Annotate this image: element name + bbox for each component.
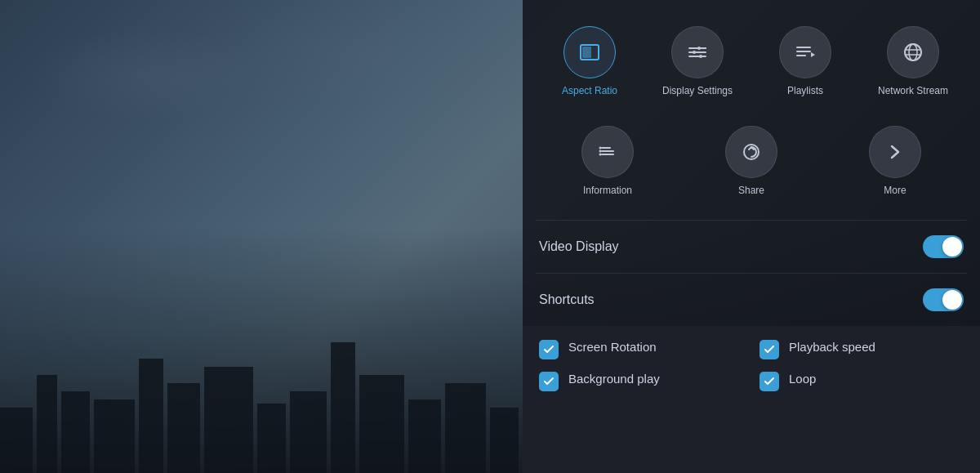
settings-panel: Aspect Ratio Display Settings	[523, 0, 980, 473]
aspect-ratio-icon	[578, 41, 601, 64]
information-icon-circle	[581, 126, 634, 178]
shortcuts-toggle-knob	[942, 290, 962, 310]
information-icon	[596, 141, 619, 163]
network-stream-icon-circle	[887, 26, 939, 78]
shortcuts-row: Shortcuts	[523, 274, 980, 326]
svg-point-22	[599, 153, 602, 155]
information-button[interactable]: Information	[536, 116, 679, 207]
aspect-ratio-label: Aspect Ratio	[562, 85, 617, 98]
svg-point-7	[693, 51, 696, 54]
display-settings-label: Display Settings	[662, 85, 733, 98]
svg-point-6	[697, 47, 701, 50]
share-button[interactable]: Share	[679, 116, 823, 207]
toggle-knob	[942, 237, 962, 257]
network-stream-label: Network Stream	[878, 85, 948, 98]
buildings-silhouette	[0, 293, 523, 473]
share-label: Share	[738, 185, 764, 198]
more-icon-circle	[869, 126, 921, 178]
share-icon	[740, 141, 763, 163]
svg-point-13	[905, 44, 921, 60]
svg-point-8	[699, 55, 702, 58]
playlists-icon-circle	[779, 26, 831, 78]
playlists-icon	[794, 41, 817, 64]
information-label: Information	[583, 185, 632, 198]
aspect-ratio-icon-circle	[564, 26, 616, 78]
shortcuts-label: Shortcuts	[539, 292, 595, 307]
video-display-toggle[interactable]	[923, 235, 964, 258]
background-play-label: Background play	[568, 371, 660, 387]
svg-rect-1	[582, 47, 591, 58]
svg-marker-12	[811, 52, 815, 57]
shortcuts-checkbox-section: Screen Rotation Playback speed Backgroun…	[523, 326, 980, 473]
network-stream-icon	[902, 41, 924, 64]
checkmark-icon	[543, 376, 555, 387]
checkmark-icon	[543, 344, 555, 355]
svg-point-21	[599, 149, 602, 152]
playlists-label: Playlists	[787, 85, 823, 98]
background-play-checkbox	[539, 372, 559, 391]
screen-rotation-label: Screen Rotation	[568, 339, 657, 355]
screen-rotation-checkbox	[539, 340, 559, 359]
display-settings-icon	[686, 41, 709, 64]
video-display-row: Video Display	[523, 221, 980, 273]
playback-speed-checkbox	[760, 340, 779, 359]
video-display-label: Video Display	[539, 239, 619, 254]
screen-rotation-item[interactable]: Screen Rotation	[539, 339, 743, 359]
share-icon-circle	[725, 126, 777, 178]
more-button[interactable]: More	[823, 116, 967, 207]
playback-speed-item[interactable]: Playback speed	[760, 339, 964, 359]
display-settings-icon-circle	[671, 26, 724, 78]
loop-label: Loop	[789, 371, 816, 387]
background-play-item[interactable]: Background play	[539, 371, 743, 391]
playback-speed-label: Playback speed	[789, 339, 875, 355]
checkmark-icon	[764, 376, 775, 387]
loop-item[interactable]: Loop	[760, 371, 964, 391]
loop-checkbox	[760, 372, 779, 391]
more-label: More	[884, 185, 906, 198]
more-chevron-icon	[884, 141, 906, 163]
network-stream-button[interactable]: Network Stream	[859, 16, 967, 108]
display-settings-button[interactable]: Display Settings	[644, 16, 751, 108]
checkmark-icon	[764, 344, 775, 355]
icon-grid-row2: Information Share More	[523, 116, 980, 221]
icon-grid-row1: Aspect Ratio Display Settings	[523, 0, 980, 116]
svg-point-20	[599, 146, 602, 149]
shortcuts-toggle[interactable]	[923, 288, 964, 311]
aspect-ratio-button[interactable]: Aspect Ratio	[536, 16, 644, 108]
playlists-button[interactable]: Playlists	[751, 16, 859, 108]
svg-point-14	[909, 44, 917, 60]
